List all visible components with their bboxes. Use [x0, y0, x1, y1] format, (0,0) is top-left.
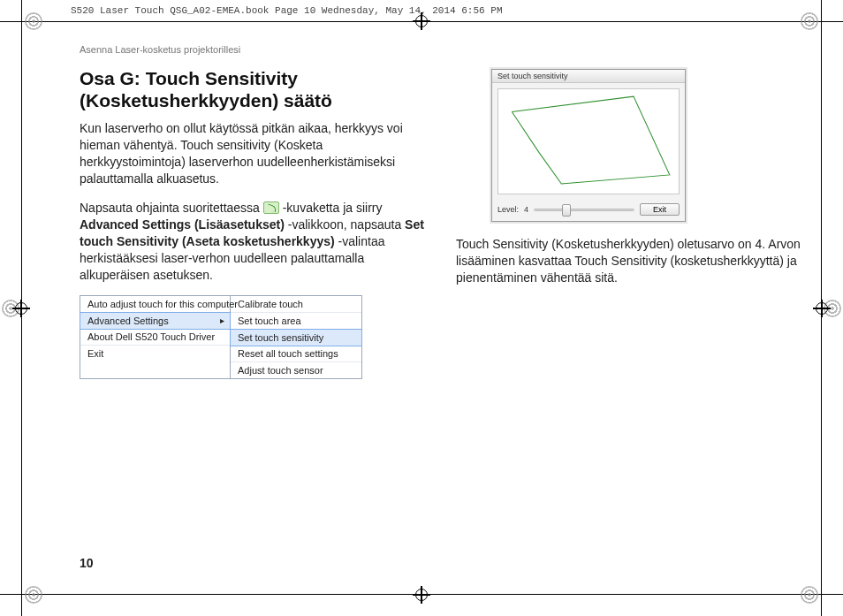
crosshair-icon	[813, 300, 831, 317]
submenu-calibrate[interactable]: Calibrate touch	[231, 296, 361, 313]
title-line-2: (Kosketusherkkyyden) säätö	[80, 90, 332, 110]
menu-item-about[interactable]: About Dell S520 Touch Driver	[80, 329, 230, 346]
section-title: Osa G: Touch Sensitivity (Kosketusherkky…	[80, 67, 431, 111]
paragraph-3: Touch Sensitivity (Kosketusherkkyyden) o…	[456, 236, 808, 286]
submenu-adjust-sensor[interactable]: Adjust touch sensor	[231, 362, 361, 378]
p2-mid2: -valikkoon, napsauta	[288, 217, 405, 232]
paragraph-1: Kun laserverho on ollut käytössä pitkän …	[80, 120, 431, 187]
submenu-arrow-icon: ▸	[220, 316, 224, 325]
sensitivity-window: Set touch sensitivity Level: 4 Exit	[491, 69, 686, 222]
print-imprint: S520 Laser Touch QSG_A02-EMEA.book Page …	[71, 5, 502, 16]
level-slider[interactable]	[534, 205, 634, 214]
level-value: 4	[524, 205, 528, 214]
registration-mark-icon	[801, 586, 818, 604]
menu-item-advanced-settings[interactable]: Advanced Settings ▸	[80, 312, 231, 330]
paragraph-2: Napsauta ohjainta suoritettaessa -kuvake…	[80, 200, 431, 283]
menu-item-label: Advanced Settings	[87, 316, 169, 326]
registration-mark-icon	[801, 12, 818, 30]
registration-mark-icon	[25, 12, 42, 30]
p2-pre: Napsauta ohjainta suoritettaessa	[80, 201, 263, 215]
crosshair-icon	[413, 586, 430, 604]
level-label: Level:	[497, 205, 519, 214]
menu-item-auto-adjust[interactable]: Auto adjust touch for this computer	[80, 296, 230, 313]
menu-left-col: Auto adjust touch for this computer Adva…	[80, 295, 230, 379]
submenu-set-area[interactable]: Set touch area	[231, 313, 361, 330]
title-line-1: Osa G: Touch Sensitivity	[80, 68, 298, 88]
menu-right-col: Calibrate touch Set touch area Set touch…	[230, 295, 362, 379]
sensitivity-controls: Level: 4 Exit	[492, 200, 685, 221]
page-number: 10	[80, 556, 94, 570]
tray-refresh-icon	[263, 202, 279, 214]
submenu-reset[interactable]: Reset all touch settings	[231, 346, 361, 362]
p2-bold1: Advanced Settings (Lisäasetukset)	[80, 217, 285, 232]
crosshair-icon	[12, 300, 30, 317]
sensitivity-canvas	[497, 88, 680, 194]
menu-item-exit[interactable]: Exit	[80, 346, 230, 361]
submenu-set-sensitivity[interactable]: Set touch sensitivity	[230, 329, 362, 346]
sensitivity-window-title: Set touch sensitivity	[492, 70, 685, 83]
touch-polygon-icon	[498, 89, 679, 197]
running-head: Asenna Laser-kosketus projektorillesi	[80, 44, 808, 55]
column-right: Set touch sensitivity Level: 4 Exit Touc…	[456, 67, 808, 379]
context-menu-screenshot: Auto adjust touch for this computer Adva…	[80, 295, 362, 379]
p2-mid1: -kuvaketta ja siirry	[283, 201, 383, 215]
registration-mark-icon	[25, 586, 42, 604]
exit-button[interactable]: Exit	[640, 203, 680, 216]
page-body: Asenna Laser-kosketus projektorillesi Os…	[80, 44, 808, 572]
column-left: Osa G: Touch Sensitivity (Kosketusherkky…	[80, 67, 431, 379]
